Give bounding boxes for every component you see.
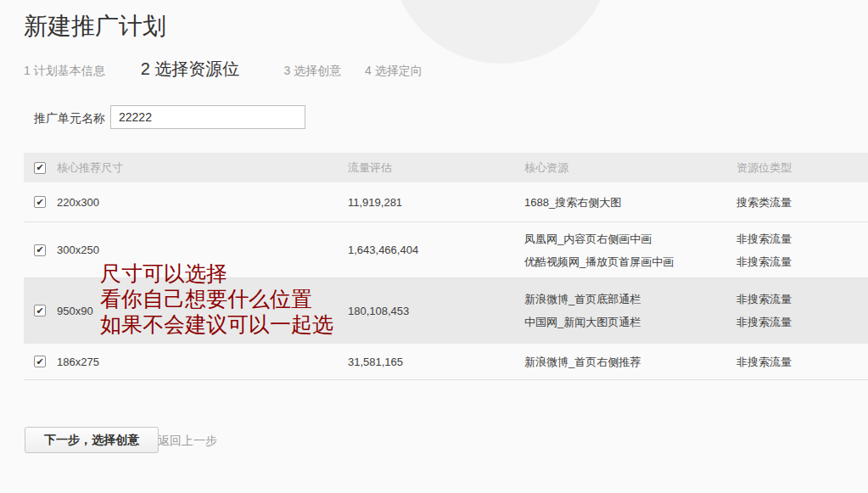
resource-table: ✔ 核心推荐尺寸 流量评估 核心资源 资源位类型 ✔ 220x300 11,91… xyxy=(24,153,868,380)
resource-name: 中国网_新闻大图页通栏 xyxy=(524,311,641,333)
resource-type: 非搜索流量 xyxy=(736,250,792,273)
row-checkbox[interactable]: ✔ xyxy=(34,305,46,317)
step-plan-basic-info[interactable]: 1 计划基本信息 xyxy=(24,64,105,79)
table-row: ✔ 300x250 1,643,466,404 凤凰网_内容页右侧画中画 优酷视… xyxy=(24,222,868,278)
resource-name: 优酷视频网_播放页首屏画中画 xyxy=(524,250,674,273)
table-row: ✔ 950x90 180,108,453 新浪微博_首页底部通栏 中国网_新闻大… xyxy=(24,278,868,344)
step-select-resource-slot[interactable]: 2 选择资源位 xyxy=(141,58,240,81)
table-header-row: ✔ 核心推荐尺寸 流量评估 核心资源 资源位类型 xyxy=(24,153,868,182)
check-icon: ✔ xyxy=(36,357,43,367)
resource-name: 新浪微博_首页底部通栏 xyxy=(524,288,641,311)
resource-type: 搜索类流量 xyxy=(736,191,792,214)
page-title: 新建推广计划 xyxy=(24,10,166,42)
resource-name: 新浪微博_首页右侧推荐 xyxy=(524,350,641,373)
check-icon: ✔ xyxy=(36,245,43,255)
table-row: ✔ 220x300 11,919,281 1688_搜索右侧大图 搜索类流量 xyxy=(24,182,868,222)
row-checkbox[interactable]: ✔ xyxy=(34,196,46,208)
table-row: ✔ 186x275 31,581,165 新浪微博_首页右侧推荐 非搜索流量 xyxy=(24,344,868,380)
header-traffic: 流量评估 xyxy=(348,153,392,182)
select-all-checkbox[interactable]: ✔ xyxy=(34,162,46,174)
traffic-value: 180,108,453 xyxy=(348,278,409,343)
size-value: 300x250 xyxy=(57,222,99,277)
check-icon: ✔ xyxy=(36,306,43,316)
decorative-circle xyxy=(390,0,611,64)
header-resource: 核心资源 xyxy=(524,153,568,182)
traffic-value: 31,581,165 xyxy=(348,344,403,379)
resource-type: 非搜索流量 xyxy=(736,311,792,333)
step-select-creative[interactable]: 3 选择创意 xyxy=(283,64,341,79)
header-size: 核心推荐尺寸 xyxy=(57,153,123,182)
size-value: 186x275 xyxy=(57,344,99,379)
unit-name-label: 推广单元名称： xyxy=(34,111,117,126)
traffic-value: 1,643,466,404 xyxy=(348,222,418,277)
size-value: 950x90 xyxy=(57,278,93,343)
back-previous-step-link[interactable]: 返回上一步 xyxy=(158,434,217,449)
resource-type: 非搜索流量 xyxy=(736,288,792,311)
resource-type: 非搜索流量 xyxy=(736,350,792,373)
row-checkbox[interactable]: ✔ xyxy=(34,244,46,256)
row-checkbox[interactable]: ✔ xyxy=(34,356,46,367)
check-icon: ✔ xyxy=(36,163,43,172)
size-value: 220x300 xyxy=(57,182,99,221)
resource-name: 1688_搜索右侧大图 xyxy=(524,191,621,214)
resource-type: 非搜索流量 xyxy=(736,227,792,250)
header-type: 资源位类型 xyxy=(736,153,792,182)
resource-name: 凤凰网_内容页右侧画中画 xyxy=(524,227,674,250)
step-select-targeting[interactable]: 4 选择定向 xyxy=(365,64,423,79)
check-icon: ✔ xyxy=(36,198,43,207)
unit-name-input[interactable] xyxy=(110,105,305,129)
wizard-steps: 1 计划基本信息 2 选择资源位 3 选择创意 4 选择定向 xyxy=(24,58,423,81)
traffic-value: 11,919,281 xyxy=(348,182,402,221)
next-step-button[interactable]: 下一步，选择创意 xyxy=(25,427,159,453)
